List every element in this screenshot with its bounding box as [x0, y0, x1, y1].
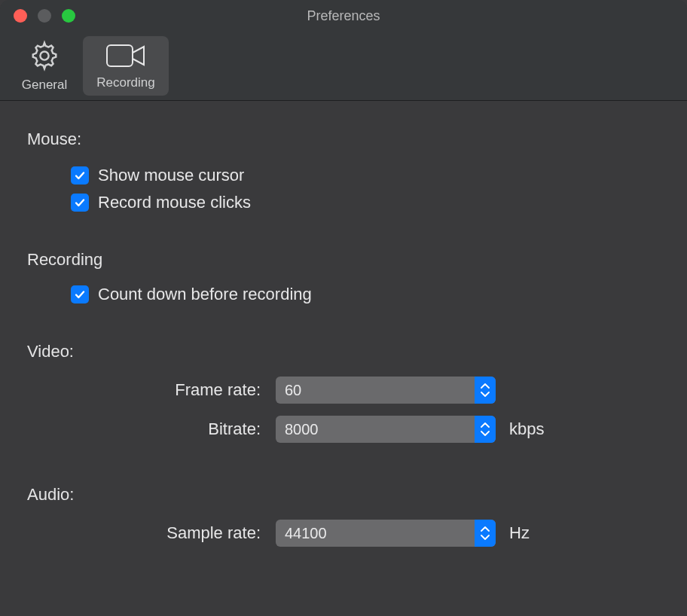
camera-icon: [105, 42, 147, 69]
svg-rect-1: [107, 45, 133, 66]
tab-recording[interactable]: Recording: [83, 36, 169, 96]
row-frame-rate: Frame rate: 60: [27, 377, 660, 404]
checkbox-countdown[interactable]: [71, 285, 89, 303]
tab-recording-label: Recording: [96, 75, 155, 90]
section-recording-title: Recording: [27, 250, 660, 270]
content-panel: Mouse: Show mouse cursor Record mouse cl…: [0, 101, 687, 616]
row-show-mouse-cursor: Show mouse cursor: [71, 166, 660, 185]
label-frame-rate: Frame rate:: [27, 380, 276, 400]
select-sample-rate[interactable]: 44100: [276, 520, 496, 547]
tab-general-label: General: [22, 78, 67, 93]
value-bitrate: 8000: [276, 421, 475, 438]
value-frame-rate: 60: [276, 382, 475, 399]
row-sample-rate: Sample rate: 44100 Hz: [27, 520, 660, 547]
window-title: Preferences: [0, 8, 687, 24]
stepper-icon: [475, 520, 496, 547]
checkbox-show-mouse-cursor[interactable]: [71, 166, 89, 184]
row-bitrate: Bitrate: 8000 kbps: [27, 416, 660, 443]
checkbox-record-mouse-clicks[interactable]: [71, 194, 89, 212]
section-video-title: Video:: [27, 342, 660, 361]
toolbar-tabs: General Recording: [0, 32, 687, 101]
label-bitrate: Bitrate:: [27, 419, 276, 439]
label-sample-rate: Sample rate:: [27, 523, 276, 543]
select-frame-rate[interactable]: 60: [276, 377, 496, 404]
label-show-mouse-cursor: Show mouse cursor: [98, 166, 244, 185]
close-window-button[interactable]: [14, 9, 27, 23]
row-record-mouse-clicks: Record mouse clicks: [71, 193, 660, 212]
stepper-icon: [475, 377, 496, 404]
section-audio-title: Audio:: [27, 485, 660, 505]
value-sample-rate: 44100: [276, 525, 475, 542]
select-bitrate[interactable]: 8000: [276, 416, 496, 443]
unit-sample-rate: Hz: [509, 523, 530, 543]
preferences-window: Preferences General Recording Mouse:: [0, 0, 687, 616]
titlebar: Preferences: [0, 0, 687, 32]
row-countdown: Count down before recording: [71, 285, 660, 304]
stepper-icon: [475, 416, 496, 443]
tab-general[interactable]: General: [9, 36, 80, 96]
section-mouse-title: Mouse:: [27, 130, 660, 149]
minimize-window-button[interactable]: [38, 9, 51, 23]
label-countdown: Count down before recording: [98, 285, 312, 304]
window-controls: [0, 9, 75, 23]
gear-icon: [29, 40, 60, 72]
label-record-mouse-clicks: Record mouse clicks: [98, 193, 251, 212]
unit-bitrate: kbps: [509, 419, 544, 439]
zoom-window-button[interactable]: [62, 9, 75, 23]
svg-point-0: [40, 51, 48, 59]
